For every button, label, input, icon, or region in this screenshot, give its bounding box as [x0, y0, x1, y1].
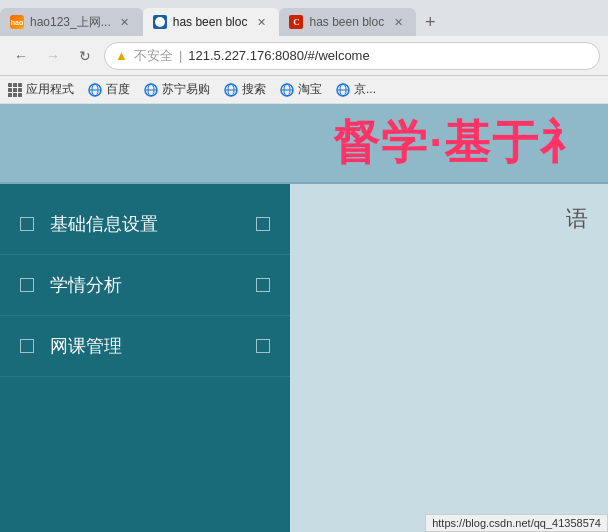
bookmark-search[interactable]: 搜索 [224, 81, 266, 98]
sidebar-checkbox-3[interactable] [20, 339, 34, 353]
sidebar-item-online-course[interactable]: 网课管理 [0, 316, 290, 377]
address-separator: | [179, 48, 182, 63]
tab-label-2: has been bloc [173, 15, 248, 29]
c-letter-icon: C [293, 17, 300, 27]
bookmark-suning-label: 苏宁易购 [162, 81, 210, 98]
tab-favicon-blocked-blue [153, 15, 167, 29]
globe-icon-3 [224, 83, 238, 97]
tab-close-1[interactable]: ✕ [117, 14, 133, 30]
sidebar-label-basic-info: 基础信息设置 [50, 212, 256, 236]
browser-frame: hao hao123_上网... ✕ has been bloc ✕ C has… [0, 0, 608, 532]
bookmark-taobao[interactable]: 淘宝 [280, 81, 322, 98]
bookmark-baidu[interactable]: 百度 [88, 81, 130, 98]
tab-favicon-hao123: hao [10, 15, 24, 29]
tab-close-3[interactable]: ✕ [390, 14, 406, 30]
sidebar-label-online-course: 网课管理 [50, 334, 256, 358]
bookmark-apps-label: 应用程式 [26, 81, 74, 98]
sidebar-arrow-2 [256, 278, 270, 292]
bookmark-baidu-label: 百度 [106, 81, 130, 98]
security-warning-icon: ▲ [115, 48, 128, 63]
sidebar-item-learning-analysis[interactable]: 学情分析 [0, 255, 290, 316]
sidebar-checkbox-2[interactable] [20, 278, 34, 292]
page-content: 督学·基于礻 基础信息设置 学情分析 网课管理 [0, 104, 608, 532]
status-bar: https://blog.csdn.net/qq_41358574 [425, 514, 608, 532]
sidebar-item-basic-info[interactable]: 基础信息设置 [0, 194, 290, 255]
main-layout: 基础信息设置 学情分析 网课管理 语 [0, 184, 608, 532]
tab-close-2[interactable]: ✕ [253, 14, 269, 30]
bookmark-suning[interactable]: 苏宁易购 [144, 81, 210, 98]
page-header: 督学·基于礻 [0, 104, 608, 184]
back-button[interactable]: ← [8, 43, 34, 69]
status-url: https://blog.csdn.net/qq_41358574 [432, 517, 601, 529]
bookmark-taobao-label: 淘宝 [298, 81, 322, 98]
tab-label-3: has been bloc [309, 15, 384, 29]
globe-icon-1 [88, 83, 102, 97]
right-content: 语 [290, 184, 608, 532]
address-url: 121.5.227.176:8080/#/welcome [188, 48, 589, 63]
bookmark-apps[interactable]: 应用程式 [8, 81, 74, 98]
address-security-label: 不安全 [134, 47, 173, 65]
address-bar: ← → ↻ ▲ 不安全 | 121.5.227.176:8080/#/welco… [0, 36, 608, 76]
paw-icon [155, 17, 165, 27]
sidebar-arrow-3 [256, 339, 270, 353]
tab-blocked-2[interactable]: C has been bloc ✕ [279, 8, 416, 36]
tab-label-1: hao123_上网... [30, 14, 111, 31]
right-content-label: 语 [566, 204, 588, 234]
new-tab-button[interactable]: + [416, 8, 444, 36]
sidebar: 基础信息设置 学情分析 网课管理 [0, 184, 290, 532]
apps-grid-icon [8, 83, 22, 97]
back-icon: ← [14, 48, 28, 64]
bookmark-search-label: 搜索 [242, 81, 266, 98]
bookmarks-bar: 应用程式 百度 苏宁易购 搜索 淘宝 京... [0, 76, 608, 104]
sidebar-checkbox-1[interactable] [20, 217, 34, 231]
page-title: 督学·基于礻 [333, 112, 588, 174]
address-input-wrap[interactable]: ▲ 不安全 | 121.5.227.176:8080/#/welcome [104, 42, 600, 70]
bookmark-jd[interactable]: 京... [336, 81, 376, 98]
tab-bar: hao hao123_上网... ✕ has been bloc ✕ C has… [0, 0, 608, 36]
tab-blocked-1[interactable]: has been bloc ✕ [143, 8, 280, 36]
globe-icon-4 [280, 83, 294, 97]
refresh-button[interactable]: ↻ [72, 43, 98, 69]
globe-icon-5 [336, 83, 350, 97]
forward-button[interactable]: → [40, 43, 66, 69]
refresh-icon: ↻ [79, 48, 91, 64]
sidebar-arrow-1 [256, 217, 270, 231]
sidebar-label-learning-analysis: 学情分析 [50, 273, 256, 297]
tab-hao123[interactable]: hao hao123_上网... ✕ [0, 8, 143, 36]
bookmark-jd-label: 京... [354, 81, 376, 98]
globe-icon-2 [144, 83, 158, 97]
tab-favicon-blocked-red: C [289, 15, 303, 29]
forward-icon: → [46, 48, 60, 64]
